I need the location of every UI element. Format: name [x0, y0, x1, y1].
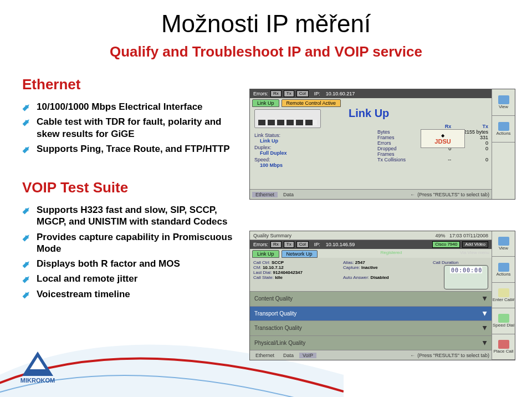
bullet-item: Supports Ping, Trace Route, and FTP/HTTP — [22, 143, 238, 155]
expand-icon: ▶ — [482, 326, 488, 330]
bullet-item: 10/100/1000 Mbps Electrical Interface — [22, 101, 238, 113]
expand-icon: ▶ — [482, 311, 488, 315]
transaction-quality-bar[interactable]: Transaction Quality▶ — [250, 320, 492, 335]
logo-text: MIKROKOM — [21, 377, 55, 384]
bullet-item: Provides capture capability in Promiscuo… — [22, 231, 238, 255]
arrow-icon: ← — [410, 353, 415, 358]
bullet-item: Local and remote jitter — [22, 273, 238, 284]
expand-icon: ▶ — [482, 340, 488, 345]
bullet-item: Voicestream timeline — [22, 288, 238, 300]
bullet-item: Cable test with TDR for fault, polarity … — [22, 116, 238, 140]
voip-bullets: Supports H323 fast and slow, SIP, SCCP, … — [22, 204, 238, 300]
section-voip-heading: VOIP Test Suite — [22, 179, 532, 196]
speed-dial-icon — [498, 314, 509, 323]
page-subtitle: Qualify and Troubleshoot IP and VOIP ser… — [0, 43, 532, 60]
speed-dial-button[interactable]: Speed Dial — [492, 308, 515, 334]
data-tab[interactable]: Data — [280, 353, 297, 358]
section-ethernet-heading: Ethernet — [22, 76, 532, 93]
physical-link-quality-bar[interactable]: Physical/Link Quality▶ — [250, 335, 492, 350]
bullet-item: Displays both R factor and MOS — [22, 258, 238, 269]
ethernet-bullets: 10/100/1000 Mbps Electrical Interface Ca… — [22, 101, 238, 155]
mikrokom-logo: MIKROKOM — [10, 352, 65, 390]
results-hint: (Press "RESULTS" to select tab) — [417, 353, 489, 358]
voip-tab[interactable]: VoIP — [299, 353, 316, 358]
bullet-item: Supports H323 fast and slow, SIP, SCCP, … — [22, 204, 238, 228]
ethernet-tab[interactable]: Ethernet — [252, 353, 278, 358]
transport-quality-bar[interactable]: Transport Quality▶ — [250, 306, 492, 321]
quality-bars: Content Quality▶ Transport Quality▶ Tran… — [250, 291, 492, 350]
page-title: Možnosti IP měření — [0, 0, 532, 38]
place-call-icon — [498, 340, 509, 349]
place-call-button[interactable]: Place Call — [492, 334, 515, 360]
